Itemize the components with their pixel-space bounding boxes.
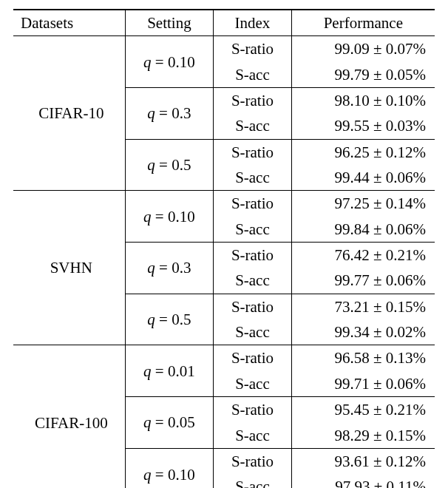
performance-cell: 99.09 ± 0.07%: [291, 36, 435, 62]
table-row: SVHNq = 0.10S-ratio97.25 ± 0.14%: [13, 191, 435, 217]
performance-cell: 99.44 ± 0.06%: [291, 165, 435, 191]
col-header-setting: Setting: [125, 10, 214, 36]
performance-cell: 99.77 ± 0.06%: [291, 268, 435, 294]
performance-cell: 99.71 ± 0.06%: [291, 371, 435, 397]
performance-cell: 96.58 ± 0.13%: [291, 345, 435, 371]
index-cell: S-ratio: [214, 397, 291, 423]
dataset-cell: CIFAR-100: [13, 345, 125, 488]
setting-cell: q = 0.10: [125, 36, 214, 88]
index-cell: S-acc: [214, 371, 291, 397]
performance-cell: 97.93 ± 0.11%: [291, 474, 435, 488]
performance-cell: 76.42 ± 0.21%: [291, 243, 435, 268]
results-table: Datasets Setting Index Performance CIFAR…: [13, 9, 435, 488]
setting-cell: q = 0.3: [125, 243, 214, 294]
performance-cell: 98.29 ± 0.15%: [291, 423, 435, 449]
setting-cell: q = 0.5: [125, 294, 214, 345]
table-row: CIFAR-100q = 0.01S-ratio96.58 ± 0.13%: [13, 345, 435, 371]
performance-cell: 95.45 ± 0.21%: [291, 397, 435, 423]
index-cell: S-acc: [214, 319, 291, 345]
setting-cell: q = 0.5: [125, 139, 214, 191]
setting-cell: q = 0.10: [125, 191, 214, 243]
performance-cell: 96.25 ± 0.12%: [291, 139, 435, 165]
index-cell: S-ratio: [214, 36, 291, 62]
index-cell: S-ratio: [214, 88, 291, 114]
col-header-performance: Performance: [291, 10, 435, 36]
dataset-cell: CIFAR-10: [13, 36, 125, 191]
table-header-row: Datasets Setting Index Performance: [13, 10, 435, 36]
index-cell: S-acc: [214, 268, 291, 294]
index-cell: S-ratio: [214, 243, 291, 268]
index-cell: S-ratio: [214, 448, 291, 474]
performance-cell: 99.55 ± 0.03%: [291, 113, 435, 139]
results-table-container: Datasets Setting Index Performance CIFAR…: [0, 0, 448, 488]
index-cell: S-ratio: [214, 191, 291, 217]
setting-cell: q = 0.05: [125, 397, 214, 449]
index-cell: S-ratio: [214, 294, 291, 319]
setting-cell: q = 0.3: [125, 88, 214, 140]
performance-cell: 73.21 ± 0.15%: [291, 294, 435, 319]
index-cell: S-acc: [214, 423, 291, 449]
performance-cell: 99.79 ± 0.05%: [291, 62, 435, 88]
index-cell: S-acc: [214, 165, 291, 191]
setting-cell: q = 0.10: [125, 448, 214, 488]
performance-cell: 99.84 ± 0.06%: [291, 217, 435, 243]
table-row: CIFAR-10q = 0.10S-ratio99.09 ± 0.07%: [13, 36, 435, 62]
index-cell: S-acc: [214, 474, 291, 488]
index-cell: S-acc: [214, 113, 291, 139]
col-header-datasets: Datasets: [13, 10, 125, 36]
performance-cell: 98.10 ± 0.10%: [291, 88, 435, 114]
performance-cell: 93.61 ± 0.12%: [291, 448, 435, 474]
dataset-cell: SVHN: [13, 191, 125, 345]
index-cell: S-ratio: [214, 345, 291, 371]
index-cell: S-acc: [214, 217, 291, 243]
col-header-index: Index: [214, 10, 291, 36]
performance-cell: 99.34 ± 0.02%: [291, 319, 435, 345]
setting-cell: q = 0.01: [125, 345, 214, 397]
index-cell: S-ratio: [214, 139, 291, 165]
table-body: CIFAR-10q = 0.10S-ratio99.09 ± 0.07%S-ac…: [13, 36, 435, 488]
index-cell: S-acc: [214, 62, 291, 88]
performance-cell: 97.25 ± 0.14%: [291, 191, 435, 217]
